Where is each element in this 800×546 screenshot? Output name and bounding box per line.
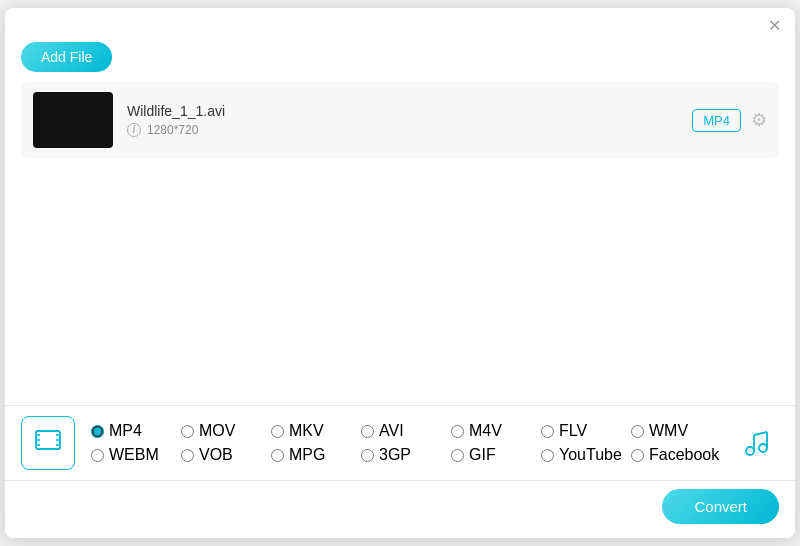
radio-vob[interactable] bbox=[181, 449, 194, 462]
toolbar: Add File bbox=[5, 38, 795, 82]
file-thumbnail bbox=[33, 92, 113, 148]
radio-avi[interactable] bbox=[361, 425, 374, 438]
format-label-m4v: M4V bbox=[469, 422, 502, 440]
radio-webm[interactable] bbox=[91, 449, 104, 462]
radio-mp4[interactable] bbox=[91, 425, 104, 438]
format-option-avi[interactable]: AVI bbox=[361, 422, 451, 440]
format-label-vob: VOB bbox=[199, 446, 233, 464]
format-label-mpg: MPG bbox=[289, 446, 325, 464]
convert-button[interactable]: Convert bbox=[662, 489, 779, 524]
file-actions: MP4 ⚙ bbox=[692, 109, 767, 132]
info-icon: i bbox=[127, 123, 141, 137]
format-option-mov[interactable]: MOV bbox=[181, 422, 271, 440]
svg-point-11 bbox=[759, 444, 767, 452]
add-file-button[interactable]: Add File bbox=[21, 42, 112, 72]
bottom-panel: MP4 MOV MKV AVI bbox=[5, 405, 795, 538]
format-label-gif: GIF bbox=[469, 446, 496, 464]
music-icon-box[interactable] bbox=[729, 416, 783, 470]
format-label-wmv: WMV bbox=[649, 422, 688, 440]
svg-point-10 bbox=[746, 447, 754, 455]
settings-icon[interactable]: ⚙ bbox=[751, 109, 767, 131]
radio-3gp[interactable] bbox=[361, 449, 374, 462]
radio-mkv[interactable] bbox=[271, 425, 284, 438]
format-option-flv[interactable]: FLV bbox=[541, 422, 631, 440]
format-label-youtube: YouTube bbox=[559, 446, 622, 464]
format-label-mp4: MP4 bbox=[109, 422, 142, 440]
radio-mov[interactable] bbox=[181, 425, 194, 438]
format-label-webm: WEBM bbox=[109, 446, 159, 464]
file-info: Wildlife_1_1.avi i 1280*720 bbox=[127, 103, 678, 137]
film-icon bbox=[34, 426, 62, 460]
radio-flv[interactable] bbox=[541, 425, 554, 438]
radio-mpg[interactable] bbox=[271, 449, 284, 462]
radio-youtube[interactable] bbox=[541, 449, 554, 462]
format-badge-button[interactable]: MP4 bbox=[692, 109, 741, 132]
file-name: Wildlife_1_1.avi bbox=[127, 103, 678, 119]
svg-line-14 bbox=[754, 432, 767, 435]
format-option-mpg[interactable]: MPG bbox=[271, 446, 361, 464]
format-option-3gp[interactable]: 3GP bbox=[361, 446, 451, 464]
format-label-avi: AVI bbox=[379, 422, 404, 440]
format-label-facebook: Facebook bbox=[649, 446, 719, 464]
format-label-flv: FLV bbox=[559, 422, 587, 440]
video-icon-box[interactable] bbox=[21, 416, 75, 470]
file-item: Wildlife_1_1.avi i 1280*720 MP4 ⚙ bbox=[21, 82, 779, 158]
format-label-3gp: 3GP bbox=[379, 446, 411, 464]
close-button[interactable]: ✕ bbox=[768, 18, 781, 34]
format-option-m4v[interactable]: M4V bbox=[451, 422, 541, 440]
radio-gif[interactable] bbox=[451, 449, 464, 462]
file-resolution: 1280*720 bbox=[147, 123, 198, 137]
format-option-gif[interactable]: GIF bbox=[451, 446, 541, 464]
format-label-mkv: MKV bbox=[289, 422, 324, 440]
radio-m4v[interactable] bbox=[451, 425, 464, 438]
format-option-mp4[interactable]: MP4 bbox=[91, 422, 181, 440]
format-option-mkv[interactable]: MKV bbox=[271, 422, 361, 440]
format-option-wmv[interactable]: WMV bbox=[631, 422, 721, 440]
title-bar: ✕ bbox=[5, 8, 795, 38]
format-option-youtube[interactable]: YouTube bbox=[541, 446, 631, 464]
format-row-2: WEBM VOB MPG 3GP bbox=[91, 446, 721, 464]
svg-rect-9 bbox=[40, 431, 56, 449]
format-option-facebook[interactable]: Facebook bbox=[631, 446, 721, 464]
main-window: ✕ Add File Wildlife_1_1.avi i 1280*720 M… bbox=[5, 8, 795, 538]
format-row-1: MP4 MOV MKV AVI bbox=[91, 422, 721, 440]
file-meta: i 1280*720 bbox=[127, 123, 678, 137]
radio-facebook[interactable] bbox=[631, 449, 644, 462]
format-option-webm[interactable]: WEBM bbox=[91, 446, 181, 464]
format-label-mov: MOV bbox=[199, 422, 235, 440]
format-selector: MP4 MOV MKV AVI bbox=[5, 406, 795, 480]
radio-wmv[interactable] bbox=[631, 425, 644, 438]
convert-bar: Convert bbox=[5, 481, 795, 538]
file-list: Wildlife_1_1.avi i 1280*720 MP4 ⚙ bbox=[5, 82, 795, 244]
format-option-vob[interactable]: VOB bbox=[181, 446, 271, 464]
format-grid: MP4 MOV MKV AVI bbox=[91, 422, 721, 464]
